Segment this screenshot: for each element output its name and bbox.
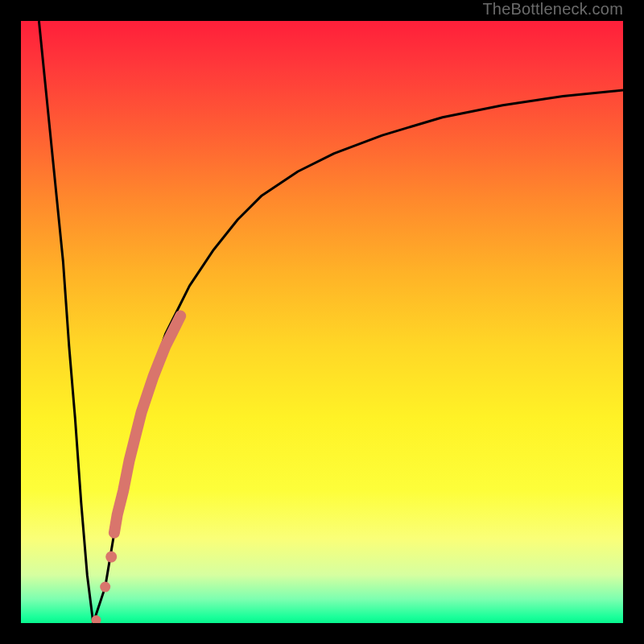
dot-1 [105, 551, 117, 563]
highlight-dots [92, 551, 118, 623]
watermark-text: TheBottleneck.com [482, 0, 623, 19]
plot-area [21, 21, 623, 623]
bottleneck-curve [39, 21, 623, 623]
dot-2 [100, 582, 110, 592]
highlight-segment [114, 316, 180, 533]
chart-frame: TheBottleneck.com [0, 0, 644, 644]
chart-svg [21, 21, 623, 623]
